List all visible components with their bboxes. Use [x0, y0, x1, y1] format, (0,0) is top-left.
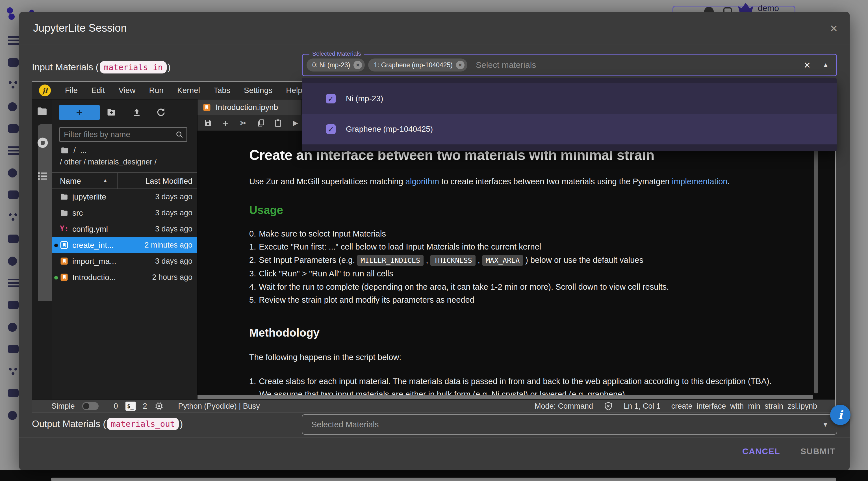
sort-asc-icon[interactable]: ▲: [103, 178, 107, 183]
chip-remove-icon[interactable]: ×: [456, 61, 465, 69]
usage-item: 1.Execute "Run first: ..." cell below to…: [249, 240, 810, 253]
file-browser: + / ... / other / materials_designer /: [52, 99, 197, 399]
file-row[interactable]: create_int...2 minutes ago: [52, 237, 197, 253]
app-sidebar-icon[interactable]: [8, 124, 19, 133]
app-sidebar-icon[interactable]: [8, 411, 17, 420]
app-sidebar-icon[interactable]: [8, 389, 19, 397]
text-link[interactable]: implementation: [672, 177, 727, 186]
dropdown-option-label: Ni (mp-23): [346, 94, 383, 103]
text-run: Review the strain plot and modify its pa…: [259, 295, 474, 304]
menu-edit[interactable]: Edit: [85, 86, 112, 95]
refresh-icon[interactable]: [156, 108, 165, 117]
checkbox-checked-icon[interactable]: ✓: [326, 94, 336, 103]
file-list-header: Name ▲ Last Modified: [52, 172, 197, 189]
output-materials-select[interactable]: Selected Materials ▼: [302, 414, 837, 434]
dropdown-option[interactable]: ✓Ni (mp-23): [302, 83, 837, 114]
app-sidebar-icon[interactable]: [8, 367, 19, 375]
breadcrumb-ellipsis[interactable]: ...: [80, 146, 87, 155]
app-sidebar-icon[interactable]: [8, 345, 19, 353]
menu-tabs[interactable]: Tabs: [207, 86, 237, 95]
add-cell-icon[interactable]: +: [221, 118, 230, 128]
new-folder-icon[interactable]: [106, 108, 116, 117]
app-sidebar-icon[interactable]: [8, 169, 17, 178]
new-launcher-button[interactable]: +: [59, 105, 100, 120]
breadcrumb-path[interactable]: / other / materials_designer /: [60, 158, 157, 167]
terminals-count: 0: [114, 402, 118, 411]
upload-icon[interactable]: [132, 108, 142, 117]
file-row[interactable]: import_ma...3 days ago: [52, 253, 197, 269]
selected-materials-select[interactable]: Selected Materials 0: Ni (mp-23)×1: Grap…: [302, 54, 837, 76]
simple-mode-label: Simple: [52, 402, 75, 411]
vertical-scrollbar[interactable]: [814, 133, 818, 393]
copy-icon[interactable]: [257, 119, 265, 127]
app-sidebar-icon[interactable]: [8, 36, 19, 44]
paste-icon[interactable]: [274, 119, 282, 127]
app-sidebar-icon[interactable]: [8, 257, 17, 266]
table-of-contents-icon[interactable]: [37, 170, 49, 182]
home-folder-icon[interactable]: [60, 146, 69, 155]
running-kernels-icon[interactable]: [36, 136, 49, 149]
menu-settings[interactable]: Settings: [237, 86, 279, 95]
jupyterlite-session-modal: JupyterLite Session × Input Materials (m…: [19, 12, 849, 470]
output-materials-label-text: Output Materials (: [32, 419, 106, 429]
file-name: create_int...: [72, 241, 114, 250]
app-sidebar-icon[interactable]: [8, 212, 19, 221]
simple-mode-toggle[interactable]: [82, 402, 99, 410]
terminal-icon[interactable]: $_: [125, 401, 135, 411]
checkbox-checked-icon[interactable]: ✓: [326, 124, 336, 134]
menu-kernel[interactable]: Kernel: [170, 86, 207, 95]
chip-remove-icon[interactable]: ×: [353, 61, 362, 69]
info-button[interactable]: i: [830, 405, 850, 425]
cancel-button[interactable]: CANCEL: [742, 447, 780, 456]
status-filename: create_interface_with_min_strain_zsl.ipy…: [671, 402, 817, 411]
file-row[interactable]: jupyterlite3 days ago: [52, 189, 197, 205]
app-sidebar-icon[interactable]: [8, 190, 19, 199]
run-icon[interactable]: ▶: [291, 119, 300, 127]
menu-run[interactable]: Run: [143, 86, 170, 95]
horizontal-scrollbar[interactable]: [197, 395, 813, 399]
breadcrumb-root[interactable]: /: [73, 146, 76, 155]
submit-button[interactable]: SUBMIT: [801, 447, 836, 456]
usage-item-number: 5.: [249, 295, 256, 304]
chips-container: 0: Ni (mp-23)×1: Graphene (mp-1040425)×: [307, 59, 471, 71]
app-sidebar-icon[interactable]: [8, 102, 17, 111]
app-sidebar-icon[interactable]: [8, 58, 19, 67]
close-icon[interactable]: ×: [827, 21, 841, 36]
menu-view[interactable]: View: [112, 86, 142, 95]
file-row[interactable]: Y:config.yml3 days ago: [52, 221, 197, 237]
app-sidebar-icon[interactable]: [8, 235, 19, 243]
text-link[interactable]: algorithm: [405, 177, 439, 186]
column-name[interactable]: Name: [60, 177, 81, 186]
jupyter-menu: FileEditViewRunKernelTabsSettingsHelp: [58, 86, 309, 95]
app-sidebar-icon[interactable]: [8, 301, 19, 309]
kernel-chip-icon[interactable]: [155, 401, 164, 411]
user-label[interactable]: demo: [758, 3, 779, 13]
materials-out-code: materials_out: [107, 418, 179, 430]
app-sidebar-icon[interactable]: [8, 323, 17, 332]
app-sidebar-icon[interactable]: [8, 146, 19, 155]
file-browser-icon[interactable]: [36, 106, 48, 117]
chevron-down-icon[interactable]: ▼: [822, 421, 829, 428]
divider: [19, 44, 849, 44]
menu-file[interactable]: File: [58, 86, 85, 95]
clear-icon[interactable]: ×: [804, 59, 810, 71]
trust-shield-icon[interactable]: [604, 401, 613, 411]
materials-in-code: materials_in: [100, 61, 167, 73]
cursor-position[interactable]: Ln 1, Col 1: [624, 402, 661, 411]
file-row[interactable]: Introductio...2 hours ago: [52, 269, 197, 285]
app-bottom-scrollbar[interactable]: [51, 478, 836, 481]
save-icon[interactable]: [204, 119, 212, 127]
column-last-modified[interactable]: Last Modified: [145, 177, 192, 186]
cut-icon[interactable]: ✂: [239, 118, 248, 128]
chevron-up-icon[interactable]: ▲: [822, 61, 829, 69]
app-sidebar-icon[interactable]: [8, 279, 19, 287]
kernel-status[interactable]: Python (Pyodide) | Busy: [178, 402, 260, 411]
app-sidebar-icon[interactable]: [8, 80, 19, 89]
file-row[interactable]: src3 days ago: [52, 205, 197, 221]
select-placeholder[interactable]: Select materials: [476, 60, 536, 70]
tab-introduction-ipynb[interactable]: Introduction.ipynb: [197, 99, 301, 115]
material-chip[interactable]: 0: Ni (mp-23)×: [307, 59, 365, 71]
dropdown-option[interactable]: ✓Graphene (mp-1040425): [302, 114, 837, 144]
material-chip[interactable]: 1: Graphene (mp-1040425)×: [368, 59, 467, 71]
filter-files-input[interactable]: [60, 128, 186, 141]
